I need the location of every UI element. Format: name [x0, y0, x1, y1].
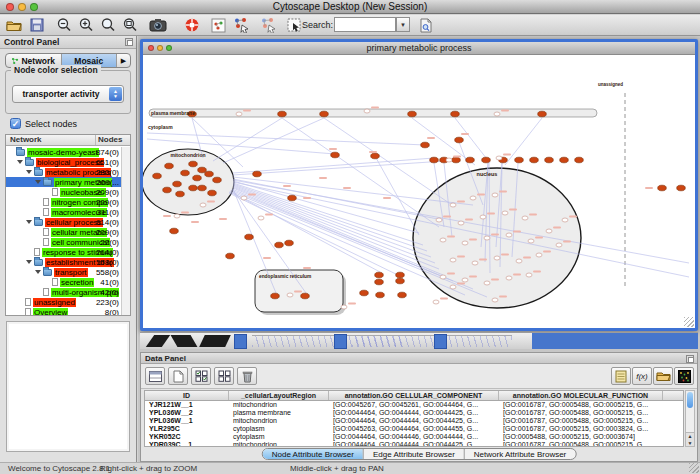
tree-row[interactable]: cellular metabo209(0) — [6, 227, 121, 237]
network-view-icon[interactable] — [258, 16, 278, 34]
gene-node[interactable] — [198, 185, 207, 191]
gene-node-small[interactable] — [506, 233, 512, 237]
gene-node-small[interactable] — [546, 229, 552, 233]
window-titlebar[interactable]: Cytoscape Desktop (New Session) — [0, 0, 700, 14]
gene-node[interactable] — [301, 293, 310, 299]
table-row[interactable]: YJR121W__1mitochondrion[GO:0045267, GO:0… — [145, 401, 683, 409]
column-header[interactable]: annotation.GO CELLULAR_COMPONENT — [329, 391, 499, 400]
tree-row[interactable]: Overview8(0) — [6, 307, 121, 316]
gene-node[interactable] — [176, 191, 185, 197]
tab-edge-attribute-browser[interactable]: Edge Attribute Browser — [364, 449, 465, 459]
network-view-window[interactable]: primary metabolic process plasma membran… — [140, 39, 698, 331]
gene-node[interactable] — [163, 187, 172, 193]
gene-node-small[interactable] — [516, 259, 522, 263]
gene-node[interactable] — [226, 253, 235, 259]
tree-row[interactable]: mosaic-demo-yeast874(0) — [6, 147, 121, 157]
network-window-titlebar[interactable]: primary metabolic process — [143, 42, 695, 55]
gene-node-small[interactable] — [526, 273, 532, 277]
table-scrollbar-arrows[interactable]: ▲▼ — [686, 432, 694, 446]
gene-node[interactable] — [253, 171, 262, 177]
zoom-out-icon[interactable] — [54, 16, 74, 34]
gene-node-small[interactable] — [556, 243, 562, 247]
gene-node[interactable] — [538, 111, 547, 117]
gene-node-small[interactable] — [174, 214, 180, 218]
gene-node-small[interactable] — [480, 215, 486, 219]
tab-network-attribute-browser[interactable]: Network Attribute Browser — [465, 449, 575, 459]
gene-node[interactable] — [288, 195, 297, 201]
gene-node[interactable] — [205, 171, 214, 177]
gene-node[interactable] — [275, 242, 284, 248]
gene-node-small[interactable] — [236, 112, 242, 116]
gene-node-small[interactable] — [528, 239, 534, 243]
gene-node-small[interactable] — [450, 258, 456, 262]
tree-row[interactable]: nitrogen compo209(0) — [6, 197, 121, 207]
data-panel-float-icon[interactable] — [686, 355, 694, 363]
gene-node-small[interactable] — [440, 275, 446, 279]
snapshot-icon[interactable] — [148, 16, 168, 34]
search-input[interactable] — [334, 17, 396, 32]
tree-row[interactable]: multi-organism pro42(0) — [6, 287, 121, 297]
expand-arrow-icon[interactable] — [26, 260, 32, 264]
help-icon[interactable] — [182, 16, 202, 34]
gene-node[interactable] — [181, 170, 190, 176]
gene-node[interactable] — [170, 228, 179, 234]
gene-node[interactable] — [193, 175, 202, 181]
gene-node[interactable] — [360, 290, 369, 296]
tree-row[interactable]: cell communicat22(0) — [6, 237, 121, 247]
gene-node-small[interactable] — [492, 298, 498, 302]
network-canvas[interactable]: plasma membranecytoplasmmitochondrionnuc… — [143, 55, 695, 328]
gene-node-small[interactable] — [536, 253, 542, 257]
gene-node-small[interactable] — [241, 196, 247, 200]
gene-node-small[interactable] — [450, 203, 456, 207]
new-attribute-icon[interactable] — [168, 367, 188, 385]
column-header[interactable]: ID — [145, 391, 229, 400]
attribute-table[interactable]: ID_cellularLayoutRegionannotation.GO CEL… — [144, 390, 684, 447]
table-row[interactable]: YKR052Ccytoplasm[GO:0044464, GO:0044446,… — [145, 433, 683, 441]
gene-node-small[interactable] — [496, 156, 502, 160]
gene-node[interactable] — [575, 157, 584, 163]
select-attributes-icon[interactable] — [191, 367, 211, 385]
table-row[interactable]: YPL036W__1mitochondrion[GO:0044464, GO:0… — [145, 417, 683, 425]
gene-node-small[interactable] — [200, 203, 206, 207]
zoom-fit-icon[interactable] — [120, 16, 140, 34]
gene-node[interactable] — [208, 190, 217, 196]
select-all-attributes-icon[interactable] — [145, 367, 165, 385]
expand-arrow-icon[interactable] — [26, 170, 32, 174]
gene-node[interactable] — [452, 157, 461, 163]
import-attributes-icon[interactable] — [653, 367, 673, 385]
network-import-icon[interactable] — [231, 16, 251, 34]
table-row[interactable]: YDR039C__1mitochondrion[GO:0044464, GO:0… — [145, 441, 683, 447]
canvas-resize-grip[interactable] — [684, 317, 694, 327]
tree-row[interactable]: cellular process614(0) — [6, 217, 121, 227]
gene-node[interactable] — [165, 163, 174, 169]
gene-node-small[interactable] — [472, 261, 478, 265]
table-scrollbar-thumb[interactable] — [687, 392, 693, 408]
search-dropdown-arrow-icon[interactable]: ▼ — [396, 17, 410, 32]
gene-node[interactable] — [398, 292, 407, 298]
gene-node[interactable] — [658, 185, 667, 191]
tree-row[interactable]: macromolecule311(0) — [6, 207, 121, 217]
gene-node-small[interactable] — [458, 221, 464, 225]
gene-node-small[interactable] — [522, 216, 528, 220]
gene-node-small[interactable] — [462, 278, 468, 282]
gene-node-small[interactable] — [562, 218, 568, 222]
gene-node[interactable] — [189, 185, 198, 191]
tree-row[interactable]: metabolic process280(0) — [6, 167, 121, 177]
cytopanel-icon[interactable] — [208, 16, 228, 34]
gene-node[interactable] — [189, 161, 198, 167]
gene-node[interactable] — [213, 177, 222, 183]
open-icon[interactable] — [4, 16, 24, 34]
table-scrollbar[interactable]: ▲▼ — [685, 390, 695, 447]
unselect-attributes-icon[interactable] — [214, 367, 234, 385]
expand-arrow-icon[interactable] — [35, 180, 41, 184]
gene-node[interactable] — [375, 279, 384, 285]
gene-node[interactable] — [376, 292, 385, 298]
gene-node-small[interactable] — [440, 238, 446, 242]
tree-row[interactable]: response to stimulu264(0) — [6, 247, 121, 257]
zoom-selected-icon[interactable] — [98, 16, 118, 34]
window-resize-grip[interactable] — [689, 463, 699, 473]
gene-node-small[interactable] — [492, 193, 498, 197]
delete-attribute-icon[interactable] — [237, 367, 257, 385]
gene-node[interactable] — [677, 185, 686, 191]
gene-node-small[interactable] — [446, 158, 452, 162]
